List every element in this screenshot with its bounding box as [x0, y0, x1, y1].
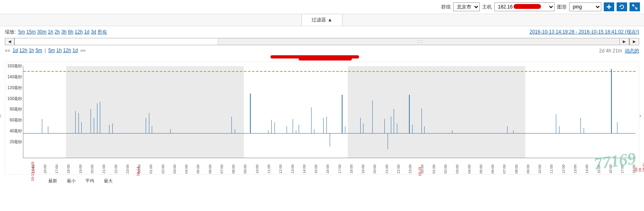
plot-area[interactable] [23, 66, 636, 158]
fullscreen-icon [632, 4, 638, 10]
x-tick: 07:00 [503, 165, 507, 174]
x-tick: 18:00 [349, 165, 353, 174]
shift-back-12h[interactable]: 12h [19, 48, 27, 53]
slider-right-outer[interactable]: ► [630, 38, 639, 45]
data-spike [330, 134, 330, 146]
x-tick: 19:00 [78, 165, 83, 174]
data-spike [299, 125, 299, 134]
shift-back-1h[interactable]: 1h [29, 48, 34, 53]
x-tick: 01:00 [432, 165, 436, 174]
x-tick: 15:00 [314, 165, 318, 174]
dynamic-link[interactable]: 动态的 [625, 48, 639, 54]
shift-prev-arrows[interactable]: «« [5, 48, 10, 54]
zoom-12h[interactable]: 12h [75, 29, 83, 35]
group-select[interactable]: 北京市 [453, 2, 480, 11]
shift-fwd-5m[interactable]: 5m [48, 48, 55, 53]
y-tick: 100毫秒 [7, 96, 22, 102]
refresh-button[interactable] [617, 2, 627, 11]
top-controls: 群组 北京市 主机 182.16 图形 ping [0, 0, 644, 14]
data-spike [412, 125, 413, 134]
zoom-3h[interactable]: 3h [61, 29, 66, 35]
zoom-1d[interactable]: 1d [84, 29, 89, 35]
threshold-line [23, 71, 636, 72]
x-tick: 05:00 [479, 165, 483, 174]
slider-handle[interactable]: ::: [218, 38, 623, 45]
zoom-30m[interactable]: 30m [37, 29, 46, 35]
timerange-now[interactable]: (现在!) [625, 29, 639, 35]
x-tick: 11:00 [550, 165, 554, 174]
zoom-5m[interactable]: 5m [18, 29, 25, 35]
x-date-mark: 10-14 [136, 167, 140, 176]
data-spike [271, 120, 272, 134]
shift-back-5m[interactable]: 5m [35, 48, 42, 53]
x-tick: 22:00 [396, 165, 400, 174]
plus-icon [606, 4, 612, 10]
data-spike [75, 111, 76, 134]
data-spike [559, 126, 559, 134]
data-spike [91, 109, 91, 134]
graph-select[interactable]: ping [569, 2, 601, 11]
y-tick: 40毫秒 [10, 128, 22, 134]
data-spike [42, 119, 42, 134]
data-spike [287, 126, 287, 134]
data-spike [580, 118, 581, 134]
day-band [66, 66, 244, 158]
zoom-所有[interactable]: 所有 [97, 29, 107, 35]
add-button[interactable] [604, 2, 614, 11]
host-select[interactable]: 182.16 [494, 2, 555, 11]
slider-track[interactable]: ◄ ::: ► [14, 38, 630, 45]
shift-fwd-12h[interactable]: 12h [63, 48, 71, 53]
data-spike [372, 100, 373, 134]
zoom-3d[interactable]: 3d [91, 29, 96, 35]
zoom-2h[interactable]: 2h [54, 29, 60, 35]
y-axis: 20毫秒40毫秒60毫秒80毫秒100毫秒120毫秒140毫秒160毫秒 [5, 62, 23, 166]
data-spike [146, 118, 146, 134]
graph-label: 图形 [557, 4, 567, 10]
shift-sep: | [45, 48, 46, 54]
data-spike [513, 130, 514, 134]
x-date-mark: 10-13 14:19 [31, 162, 35, 181]
data-spike [152, 126, 152, 134]
x-tick: 23:00 [409, 165, 413, 174]
shift-fwd-1d[interactable]: 1d [72, 48, 78, 53]
shift-next-arrows[interactable]: »» [80, 48, 85, 54]
timerange-from[interactable]: 2016-10-13 14:19:28 [530, 29, 574, 35]
data-spike [391, 117, 391, 134]
y-tick: 20毫秒 [10, 139, 22, 145]
data-spike [48, 126, 48, 134]
x-tick: 08:00 [514, 165, 518, 174]
x-tick: 13:00 [573, 165, 577, 174]
chart-nav-left[interactable]: ‹ [0, 112, 5, 120]
x-tick: 12:00 [561, 165, 566, 174]
x-tick: 08:00 [231, 165, 235, 174]
data-spike [397, 123, 397, 134]
zoom-6h[interactable]: 6h [68, 29, 73, 35]
shift-back-1d[interactable]: 1d [12, 48, 18, 53]
x-tick: 11:00 [267, 165, 271, 174]
data-spike [326, 117, 327, 134]
x-tick: 02:00 [161, 165, 165, 174]
x-tick: 05:00 [196, 165, 200, 174]
x-tick: 02:00 [444, 165, 448, 174]
x-tick: 06:00 [208, 165, 212, 174]
x-tick: 14:00 [585, 165, 589, 174]
filter-toggle[interactable]: 过滤器 ▲ [301, 14, 342, 26]
x-tick: 01:00 [149, 165, 153, 174]
data-spike [94, 118, 94, 134]
zoom-15m[interactable]: 15m [26, 29, 35, 35]
chart-nav-right[interactable]: › [639, 112, 644, 120]
timerange-to[interactable]: 2016-10-15 18:41:02 [579, 29, 623, 35]
y-tick: 160毫秒 [7, 63, 22, 69]
data-spike [78, 113, 79, 134]
slider-left-outer[interactable]: ◄ [5, 38, 14, 45]
data-spike [617, 122, 617, 134]
y-tick: 80毫秒 [10, 107, 22, 112]
fullscreen-button[interactable] [630, 2, 640, 11]
x-tick: 10:00 [255, 165, 259, 174]
zoom-1h[interactable]: 1h [48, 29, 53, 35]
data-spike [507, 126, 508, 134]
zoom-label: 缩放: [5, 29, 16, 36]
shift-fwd-1h[interactable]: 1h [56, 48, 62, 53]
slider-right-inner[interactable]: ► [619, 38, 629, 45]
chart-container: ‹ › 20毫秒40毫秒60毫秒80毫秒100毫秒120毫秒140毫秒160毫秒… [0, 58, 644, 175]
